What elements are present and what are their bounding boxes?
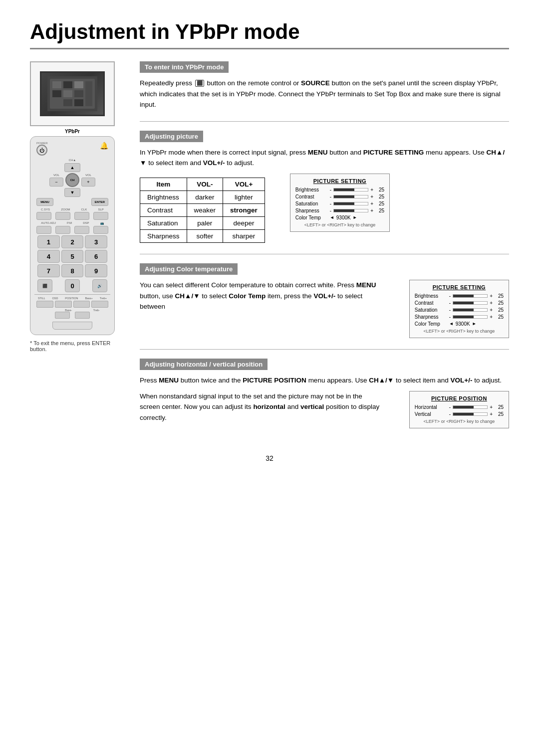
pp-note: <LEFT> or <RIGHT> key to change: [415, 419, 504, 424]
enter-mode-section: To enter into YPbPr mode Repeatedly pres…: [140, 61, 509, 110]
enter-mode-text: Repeatedly press ⬛ button on the remote …: [140, 78, 509, 110]
pm-label: P.M: [67, 221, 72, 225]
svg-rect-8: [52, 99, 61, 106]
num-7-button[interactable]: 7: [37, 264, 60, 277]
divider-1: [140, 121, 509, 122]
av-icon-label: 📺: [100, 221, 104, 225]
autoadj-label: AUTO.ADJ: [41, 221, 56, 225]
still-button[interactable]: [36, 301, 53, 308]
saturation-vol-plus: deeper: [223, 216, 265, 229]
svg-rect-2: [52, 81, 61, 88]
autoadj-button[interactable]: [36, 226, 51, 234]
enter-mode-header: To enter into YPbPr mode: [140, 61, 229, 73]
remote-top-row: POWER ⏻ 🔔: [34, 142, 110, 156]
num-9-button[interactable]: 9: [85, 264, 107, 277]
source-button[interactable]: ⬛: [37, 279, 52, 292]
contrast-vol-plus: stronger: [223, 203, 265, 216]
vol-minus-button[interactable]: −: [49, 178, 63, 187]
zoom-button[interactable]: [55, 212, 70, 220]
pp-title: PICTURE POSITION: [415, 395, 504, 401]
num-6-button[interactable]: 6: [85, 250, 107, 263]
num-3-button[interactable]: 3: [85, 235, 107, 248]
page-number: 32: [30, 454, 509, 462]
right-column: To enter into YPbPr mode Repeatedly pres…: [140, 61, 509, 439]
num-8-button[interactable]: 8: [61, 264, 84, 277]
bass-minus-button[interactable]: [55, 312, 70, 319]
item-saturation: Saturation: [140, 216, 187, 229]
clk-button[interactable]: [74, 212, 89, 220]
still-label: STILL: [38, 297, 45, 300]
clk-label: CLK: [81, 208, 87, 211]
ps1-brightness-value: 25: [375, 187, 384, 192]
num-4-button[interactable]: 4: [37, 250, 60, 263]
sound-button[interactable]: 🔊: [92, 279, 107, 292]
osd-position-button[interactable]: [55, 301, 72, 308]
adjust-picture-header: Adjusting picture: [140, 131, 203, 142]
bass-plus-button[interactable]: [73, 301, 90, 308]
sharpness-vol-plus: sharper: [223, 229, 265, 242]
ps2-color-temp-row: Color Temp ◄ 9300K ►: [415, 321, 504, 327]
pm-button[interactable]: [55, 226, 70, 234]
ps1-sharpness-row: Sharpness - + 25: [295, 208, 384, 213]
pp-horizontal-bar: [453, 405, 488, 409]
num-2-button[interactable]: 2: [61, 235, 84, 248]
ps1-color-temp-label: Color Temp: [295, 215, 328, 220]
ch-up-button[interactable]: ▲: [64, 163, 80, 172]
treb-minus-button[interactable]: [75, 312, 90, 319]
color-temp-content: You can select different Color temperatu…: [140, 280, 509, 338]
ch-down-button[interactable]: ▼: [64, 188, 80, 197]
ps2-saturation-value: 25: [495, 307, 504, 313]
main-layout: YPbPr POWER ⏻ 🔔 CH▲ ▲: [30, 61, 509, 439]
pp-vertical-label: Vertical: [415, 411, 447, 417]
ps2-saturation-row: Saturation - + 25: [415, 307, 504, 313]
remote-foot: [34, 322, 110, 330]
pp-horizontal-row: Horizontal - + 25: [415, 404, 504, 410]
slp-label: SLP: [98, 208, 104, 211]
num-0-button[interactable]: 0: [65, 279, 80, 292]
ch-center-button[interactable]: CH: [65, 173, 79, 187]
power-button[interactable]: ⏻: [36, 145, 47, 156]
tv-label: YPbPr: [31, 129, 114, 134]
csys-button[interactable]: [36, 212, 51, 220]
numpad: 1 2 3 4 5 6 7 8 9: [34, 235, 110, 277]
table-row: Sharpness softer sharper: [140, 229, 265, 242]
speaker-icon: 🔔: [100, 142, 108, 150]
item-brightness: Brightness: [140, 190, 187, 203]
av-button[interactable]: [93, 226, 108, 234]
treb-plus-button[interactable]: [91, 301, 108, 308]
pp-vertical-row: Vertical - + 25: [415, 411, 504, 417]
ps2-contrast-value: 25: [495, 300, 504, 306]
ch-up-label: CH▲: [69, 159, 76, 162]
svg-rect-5: [52, 90, 61, 97]
vol-plus-button[interactable]: +: [81, 178, 95, 187]
utility-buttons-row: [34, 212, 110, 220]
dsp-button[interactable]: [74, 226, 89, 234]
ps1-color-temp-controls: ◄ 9300K ►: [330, 215, 357, 220]
ps2-brightness-label: Brightness: [415, 293, 447, 299]
num-1-button[interactable]: 1: [37, 235, 60, 248]
ps2-color-temp-label: Color Temp: [415, 321, 447, 327]
csys-label: C.SYS: [41, 208, 50, 211]
ps1-contrast-value: 25: [375, 194, 384, 199]
enter-button[interactable]: ENTER: [91, 198, 108, 206]
slp-button[interactable]: [93, 212, 108, 220]
ps2-contrast-label: Contrast: [415, 300, 447, 306]
utility-labels-row: C.SYS ZOOM CLK SLP: [34, 208, 110, 211]
svg-rect-7: [74, 90, 83, 97]
menu-button[interactable]: MENU: [36, 198, 53, 206]
remote-control: POWER ⏻ 🔔 CH▲ ▲ VOL −: [30, 136, 115, 335]
footnote: * To exit the menu, press ENTER button.: [30, 340, 125, 352]
ps1-saturation-label: Saturation: [295, 201, 328, 206]
item-contrast: Contrast: [140, 203, 187, 216]
position-label: POSITION: [65, 297, 78, 300]
ps2-color-temp-controls: ◄ 9300K ►: [449, 321, 477, 327]
ps1-note: <LEFT> or <RIGHT> key to change: [295, 222, 384, 227]
svg-rect-4: [74, 81, 83, 88]
saturation-vol-minus: paler: [187, 216, 223, 229]
picture-setting-box-2-container: PICTURE SETTING Brightness - + 25: [394, 280, 509, 338]
num-5-button[interactable]: 5: [61, 250, 84, 263]
picture-setting-box-2: PICTURE SETTING Brightness - + 25: [409, 280, 509, 338]
pp-vertical-value: 25: [495, 411, 504, 417]
picture-position-box: PICTURE POSITION Horizontal - + 25: [409, 391, 509, 428]
tv-image-box: YPbPr: [30, 61, 115, 126]
